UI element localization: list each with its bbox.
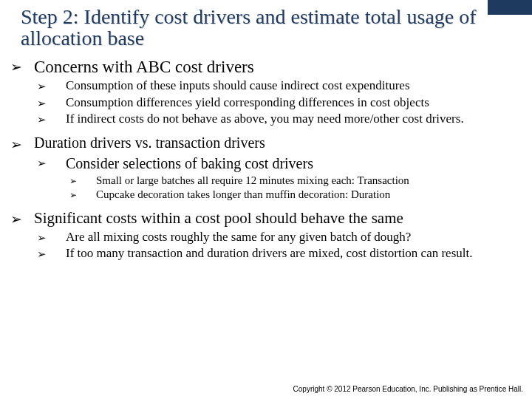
bullet-text: Consumption differences yield correspond… [66,95,519,110]
bullet-text: Small or large batches all require 12 mi… [96,174,519,188]
chevron-icon: ➢ [10,57,34,76]
bullet-text: Consumption of these inputs should cause… [66,78,519,93]
bullet-duration-2: ➢ Cupcake decoration takes longer than m… [69,188,519,202]
bullet-significant-1: ➢ Are all mixing costs roughly the same … [37,230,519,245]
bullet-duration: ➢ Duration drivers vs. transaction drive… [10,134,519,154]
chevron-icon: ➢ [69,188,96,201]
chevron-icon: ➢ [69,174,96,187]
bullet-concerns-3: ➢ If indirect costs do not behave as abo… [37,112,519,127]
bullet-significant-2: ➢ If too many transaction and duration d… [37,246,519,262]
bullet-text: If indirect costs do not behave as above… [66,112,519,126]
accent-bar [488,0,532,15]
bullet-text: Cupcake decoration takes longer than muf… [96,188,519,202]
chevron-icon: ➢ [37,230,66,245]
bullet-text: Consider selections of baking cost drive… [66,155,519,173]
chevron-icon: ➢ [10,209,34,228]
bullet-text: Are all mixing costs roughly the same fo… [66,230,519,245]
bullet-concerns-2: ➢ Consumption differences yield correspo… [37,95,519,111]
bullet-text: Concerns with ABC cost drivers [34,57,519,77]
chevron-icon: ➢ [37,155,66,171]
bullet-duration-1: ➢ Small or large batches all require 12 … [69,174,519,188]
chevron-icon: ➢ [37,112,66,127]
chevron-icon: ➢ [10,134,34,154]
bullet-duration-sub: ➢ Consider selections of baking cost dri… [37,155,519,173]
copyright-footer: Copyright © 2012 Pearson Education, Inc.… [293,385,523,393]
chevron-icon: ➢ [37,246,66,262]
bullet-concerns-1: ➢ Consumption of these inputs should cau… [37,78,519,94]
bullet-text: Significant costs within a cost pool sho… [34,209,519,228]
chevron-icon: ➢ [37,95,66,111]
bullet-concerns: ➢ Concerns with ABC cost drivers [10,57,519,77]
bullet-text: If too many transaction and duration dri… [66,246,519,261]
bullet-text: Duration drivers vs. transaction drivers [34,134,519,152]
slide-title: Step 2: Identify cost drivers and estima… [0,0,532,54]
slide-body: ➢ Concerns with ABC cost drivers ➢ Consu… [0,54,532,262]
chevron-icon: ➢ [37,78,66,94]
bullet-significant: ➢ Significant costs within a cost pool s… [10,209,519,228]
